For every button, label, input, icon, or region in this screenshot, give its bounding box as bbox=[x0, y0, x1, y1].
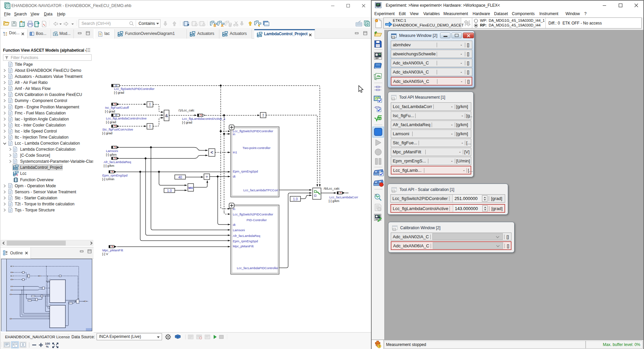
svg-text:in: in bbox=[233, 207, 235, 211]
svg-text:[-] grad: [-] grad bbox=[114, 91, 124, 94]
svg-text:Isc_flgFuelCutoff: Isc_flgFuelCutoff bbox=[105, 106, 129, 109]
svg-text:B: B bbox=[214, 24, 216, 28]
svg-text:&: & bbox=[165, 113, 168, 118]
svg-text:/6/Lcc_calc: /6/Lcc_calc bbox=[324, 187, 340, 190]
svg-text:Lcc_flgLambdaControlActive: Lcc_flgLambdaControlActive bbox=[106, 116, 147, 120]
svg-text:Contains: Contains bbox=[139, 21, 155, 26]
svg-text:A: A bbox=[221, 24, 223, 28]
svg-text:PID-Controller: PID-Controller bbox=[247, 218, 267, 222]
svg-text:Epm_rpmEngSpd: Epm_rpmEngSpd bbox=[102, 173, 127, 177]
svg-text:1.0: 1.0 bbox=[293, 197, 298, 201]
svg-text:Afr_facLambdaReq: Afr_facLambdaReq bbox=[233, 234, 260, 238]
svg-text:1.0: 1.0 bbox=[167, 189, 172, 193]
svg-text:Lamsoni: Lamsoni bbox=[233, 228, 245, 232]
svg-text:[-] grad: [-] grad bbox=[106, 120, 116, 124]
svg-text:!: ! bbox=[149, 124, 151, 129]
svg-text:40: 40 bbox=[178, 176, 182, 179]
svg-text:÷: ÷ bbox=[206, 174, 208, 179]
svg-text:Lcc_flgSwitch2PIDController: Lcc_flgSwitch2PIDController bbox=[114, 87, 154, 91]
svg-text:!: ! bbox=[149, 102, 151, 107]
svg-text:Lcc_facLambdaPIDController: Lcc_facLambdaPIDController bbox=[237, 266, 278, 270]
svg-text:Lcc_flgLambdacontrolActive_1: Lcc_flgLambdacontrolActive_1 bbox=[182, 117, 225, 120]
svg-text:Two-point-controller: Two-point-controller bbox=[243, 146, 270, 150]
svg-text:!: ! bbox=[263, 113, 264, 118]
svg-text:dt: dt bbox=[233, 223, 235, 227]
svg-text:<: < bbox=[210, 150, 213, 155]
svg-text:Mpc_pManiFilt: Mpc_pManiFilt bbox=[102, 248, 123, 252]
svg-text:in1: in1 bbox=[233, 150, 237, 154]
svg-text:[-] U/min: [-] U/min bbox=[102, 177, 114, 181]
svg-text:"M: "M bbox=[374, 194, 377, 196]
svg-text:in: in bbox=[233, 132, 235, 136]
svg-text:Lamsoni: Lamsoni bbox=[106, 149, 118, 153]
svg-text:[-] V: [-] V bbox=[102, 252, 108, 256]
svg-text:Afr_facLambdaReq: Afr_facLambdaReq bbox=[104, 160, 131, 164]
svg-text:MX: MX bbox=[189, 186, 193, 190]
svg-text:Epm_rpmEngSpd: Epm_rpmEngSpd bbox=[233, 169, 258, 173]
svg-text:Search (Ctrl+H): Search (Ctrl+H) bbox=[82, 21, 111, 26]
svg-text:Lcc_flgSwitch2PIDController: Lcc_flgSwitch2PIDController bbox=[233, 212, 273, 216]
svg-text:%: % bbox=[46, 345, 49, 348]
svg-text:[-] g/km: [-] g/km bbox=[329, 199, 339, 203]
svg-text:?: ? bbox=[378, 345, 380, 348]
svg-text:[-] grad: [-] grad bbox=[102, 131, 112, 135]
svg-text:/1/Lcc_calc: /1/Lcc_calc bbox=[178, 108, 195, 112]
svg-text:[-] grad: [-] grad bbox=[182, 120, 192, 124]
svg-text:dt: dt bbox=[233, 174, 235, 178]
svg-text:[-] g/km: [-] g/km bbox=[104, 164, 114, 167]
svg-text:Lcc_facLambdaTPCCorr: Lcc_facLambdaTPCCorr bbox=[243, 188, 278, 192]
svg-text:[-] g/km: [-] g/km bbox=[106, 153, 117, 156]
svg-text:c: c bbox=[16, 173, 18, 176]
svg-text:a+b: a+b bbox=[377, 117, 381, 120]
svg-text:[-] grad: [-] grad bbox=[105, 109, 115, 113]
svg-text:Lcc_facLambdaCorr: Lcc_facLambdaCorr bbox=[329, 195, 358, 199]
svg-text:Epm_rpmEngSpd: Epm_rpmEngSpd bbox=[233, 239, 258, 243]
svg-text:Stc_flgFuelCorrActive: Stc_flgFuelCorrActive bbox=[102, 128, 133, 131]
svg-text:Lcc_flgSwitch2PIDController: Lcc_flgSwitch2PIDController bbox=[233, 129, 273, 133]
svg-text:Mpc_pManiFilt: Mpc_pManiFilt bbox=[233, 244, 254, 248]
